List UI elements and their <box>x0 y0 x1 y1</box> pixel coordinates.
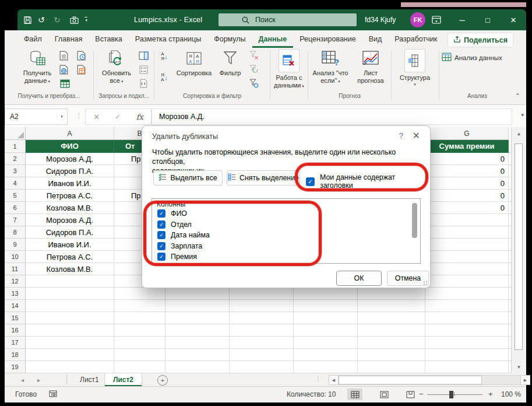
row-header-19[interactable]: 19 <box>5 361 26 373</box>
maximize-button[interactable]: □ <box>475 9 501 30</box>
cell-B18[interactable] <box>114 349 165 361</box>
dialog-resize-grip[interactable] <box>423 281 428 285</box>
vertical-scrollbar[interactable]: ▲ ▼ <box>511 127 526 373</box>
sheet-tab-1[interactable]: Лист1 <box>72 373 107 386</box>
ribbon-tab-page-layout[interactable]: Разметка страницы <box>129 30 207 48</box>
row-header-17[interactable]: 17 <box>5 337 26 349</box>
cell-G17[interactable] <box>425 337 509 349</box>
sheet-tab-2[interactable]: Лист2 <box>104 373 142 386</box>
row-header-4[interactable]: 4 <box>5 177 26 190</box>
queries-connections-icon[interactable] <box>138 50 149 61</box>
undo-button[interactable]: ↺▾ <box>38 15 48 24</box>
cell-G2[interactable]: 0 <box>425 153 509 165</box>
properties-icon[interactable] <box>138 64 149 75</box>
horizontal-scroll-track[interactable] <box>339 375 520 385</box>
cell-G14[interactable] <box>425 300 509 312</box>
cell-E19[interactable] <box>294 361 358 373</box>
select-all-button[interactable]: Выделить все <box>153 170 223 186</box>
cell-G4[interactable]: 0 <box>425 177 509 190</box>
cell-C13[interactable] <box>165 288 230 300</box>
row-header-16[interactable]: 16 <box>5 324 26 337</box>
cell-A8[interactable]: Сидоров П.А. <box>26 226 114 239</box>
from-table-icon[interactable] <box>76 64 86 75</box>
cell-A12[interactable] <box>26 275 114 288</box>
ribbon-tab-data[interactable]: Данные <box>252 30 294 48</box>
normal-view-icon[interactable] <box>347 388 362 400</box>
page-break-view-icon[interactable] <box>403 388 418 400</box>
scroll-right-icon[interactable]: ▶ <box>520 375 530 385</box>
cell-C17[interactable] <box>165 337 230 349</box>
ribbon-tab-insert[interactable]: Вставка <box>89 30 128 48</box>
get-data-button[interactable]: Получитьданные ▾ <box>20 49 55 85</box>
cell-E13[interactable] <box>294 288 358 300</box>
recent-sources-icon[interactable] <box>76 50 86 61</box>
cell-B14[interactable] <box>114 300 165 312</box>
cell-F17[interactable] <box>358 337 425 349</box>
cell-G9[interactable] <box>425 239 509 251</box>
expand-formula-bar-icon[interactable]: ▾ <box>521 112 524 118</box>
cell-G16[interactable] <box>425 324 509 337</box>
cell-A18[interactable] <box>26 349 114 361</box>
cell-A1[interactable]: ФИО <box>26 140 114 153</box>
reapply-filter-icon[interactable] <box>249 64 259 75</box>
row-header-1[interactable]: 1 <box>5 140 26 153</box>
sort-ascending-icon[interactable]: АЯ↓ <box>157 51 172 62</box>
zoom-slider-thumb[interactable] <box>449 391 453 398</box>
outline-button[interactable]: Структура ▾ <box>395 49 435 87</box>
row-header-13[interactable]: 13 <box>5 288 26 300</box>
chevron-down-icon[interactable]: ▾ <box>56 114 67 119</box>
row-header-8[interactable]: 8 <box>5 226 26 239</box>
row-header-10[interactable]: 10 <box>5 251 26 263</box>
cell-A3[interactable]: Сидоров П.А. <box>26 165 114 177</box>
cell-A6[interactable]: Козлова М.В. <box>26 202 114 214</box>
cell-E15[interactable] <box>294 312 358 324</box>
cell-E16[interactable] <box>294 324 358 337</box>
cell-A5[interactable]: Петрова А.С. <box>26 190 114 202</box>
cell-E17[interactable] <box>294 337 358 349</box>
cell-A16[interactable] <box>26 324 114 337</box>
cell-G6[interactable]: 0 <box>425 202 509 214</box>
cell-B19[interactable] <box>114 361 165 373</box>
list-scrollbar[interactable] <box>412 202 417 260</box>
zoom-level[interactable]: 100 % <box>501 390 521 398</box>
cell-A15[interactable] <box>26 312 114 324</box>
cell-G15[interactable] <box>425 312 509 324</box>
cell-C16[interactable] <box>165 324 230 337</box>
cell-A7[interactable]: Морозов А.Д. <box>26 214 114 226</box>
cell-D15[interactable] <box>230 312 294 324</box>
row-header-3[interactable]: 3 <box>5 165 26 177</box>
cell-G13[interactable] <box>425 288 509 300</box>
cell-A17[interactable] <box>26 337 114 349</box>
tab-scroll-splitter[interactable]: ⋮ <box>315 376 321 382</box>
filter-button[interactable]: Фильтр <box>215 49 245 77</box>
vertical-scroll-thumb[interactable] <box>515 144 523 350</box>
ribbon-tab-review[interactable]: Рецензирование <box>293 30 362 48</box>
insert-function-icon[interactable]: fx <box>136 113 143 121</box>
cell-G1[interactable]: Сумма премии <box>425 140 509 153</box>
horizontal-scrollbar[interactable]: ◀ ▶ <box>329 375 530 385</box>
cell-D13[interactable] <box>230 288 294 300</box>
column-header-G[interactable]: G <box>425 127 509 140</box>
cell-B17[interactable] <box>114 337 165 349</box>
sort-descending-icon[interactable]: ЯА↓ <box>157 72 172 83</box>
ok-button[interactable]: ОК <box>336 271 382 286</box>
collapse-ribbon-icon[interactable]: ⌃ <box>515 92 520 100</box>
cell-A9[interactable]: Иванов И.И. <box>26 239 114 251</box>
sort-button[interactable]: ЯААЯ Сортировка <box>175 49 213 77</box>
cell-G11[interactable] <box>425 263 509 275</box>
data-tools-button[interactable]: Работа сданными ▾ <box>272 49 306 90</box>
what-if-analysis-button[interactable]: ? Анализ "чтоесли" ▾ <box>311 49 350 85</box>
scroll-left-icon[interactable]: ◀ <box>329 375 339 385</box>
column-header-A[interactable]: A <box>26 127 114 140</box>
unselect-all-button[interactable]: Снять выделение <box>227 170 300 186</box>
ribbon-display-options-icon[interactable] <box>424 9 449 30</box>
row-header-14[interactable]: 14 <box>5 300 26 312</box>
sheet-nav-left-icon[interactable]: ◂ <box>21 373 24 386</box>
cell-D18[interactable] <box>230 349 294 361</box>
cell-A14[interactable] <box>26 300 114 312</box>
cell-C14[interactable] <box>165 300 230 312</box>
advanced-filter-icon[interactable] <box>249 78 259 89</box>
name-box[interactable]: A2 ▾ <box>5 108 68 125</box>
select-all-corner[interactable] <box>5 127 26 140</box>
ribbon-tab-developer[interactable]: Разработчик <box>388 30 443 48</box>
